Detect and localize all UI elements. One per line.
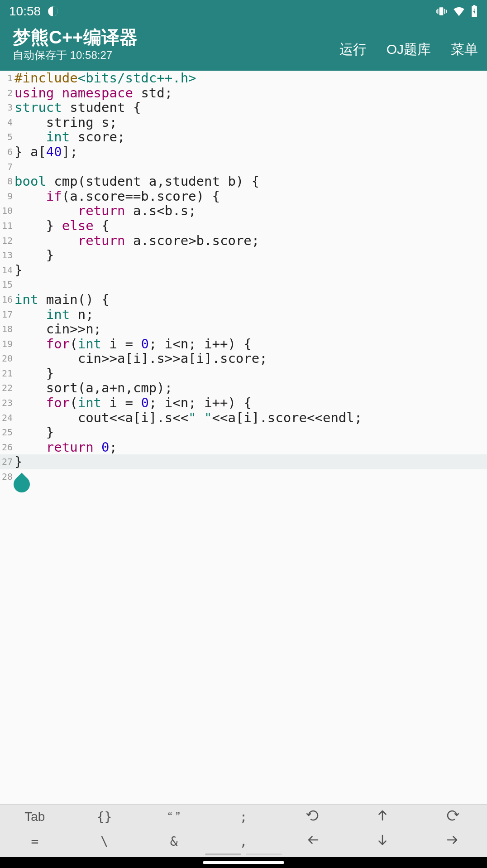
code-line[interactable]: 24 cout<<a[i].s<<" "<<a[i].score<<endl; (0, 410, 487, 425)
code-content[interactable]: for(int i = 0; i<n; i++) { (14, 337, 252, 352)
line-number: 12 (0, 233, 14, 248)
code-line[interactable]: 22 sort(a,a+n,cmp); (0, 381, 487, 395)
code-content[interactable]: for(int i = 0; i<n; i++) { (14, 395, 252, 410)
code-content[interactable] (14, 159, 14, 174)
line-number: 27 (0, 454, 14, 469)
code-content[interactable]: } (14, 425, 54, 440)
line-number: 17 (0, 307, 14, 322)
code-content[interactable]: return a.score>b.score; (14, 233, 259, 248)
line-number: 2 (0, 86, 14, 101)
battery-charging-icon (471, 5, 478, 18)
key-semicolon[interactable]: ; (209, 810, 278, 825)
svg-rect-3 (444, 9, 445, 14)
code-content[interactable]: int n; (14, 307, 94, 322)
undo-button[interactable] (278, 809, 348, 825)
code-line[interactable]: 11 } else { (0, 218, 487, 233)
code-content[interactable]: } (14, 366, 54, 381)
code-line[interactable]: 19 for(int i = 0; i<n; i++) { (0, 337, 487, 352)
code-content[interactable]: cin>>n; (14, 322, 101, 337)
line-number: 16 (0, 292, 14, 307)
key-equals[interactable]: = (0, 834, 70, 849)
code-line[interactable]: 8bool cmp(student a,student b) { (0, 174, 487, 189)
menu-button[interactable]: 菜单 (451, 40, 478, 59)
app-bar: 梦熊C++编译器 自动保存于 10:58:27 运行 OJ题库 菜单 (0, 23, 487, 71)
key-ampersand[interactable]: & (139, 834, 209, 849)
code-line[interactable]: 23 for(int i = 0; i<n; i++) { (0, 395, 487, 410)
code-content[interactable]: cout<<a[i].s<<" "<<a[i].score<<endl; (14, 410, 362, 425)
code-content[interactable]: struct student { (14, 100, 141, 115)
code-content[interactable]: bool cmp(student a,student b) { (14, 174, 259, 189)
code-line[interactable]: 13 } (0, 248, 487, 263)
code-line[interactable]: 14} (0, 263, 487, 278)
status-time: 10:58 (9, 4, 41, 19)
code-content[interactable]: return 0; (14, 440, 117, 455)
code-content[interactable]: } (14, 248, 54, 263)
code-line[interactable]: 7 (0, 159, 487, 174)
code-line[interactable]: 27} (0, 454, 487, 469)
code-line[interactable]: 3struct student { (0, 100, 487, 115)
arrow-up-button[interactable] (348, 809, 418, 825)
code-content[interactable]: } a[40]; (14, 145, 78, 159)
wifi-icon (453, 5, 465, 18)
arrow-left-button[interactable] (278, 833, 348, 850)
code-content[interactable] (14, 277, 14, 292)
status-bar: 10:58 (0, 0, 487, 23)
code-content[interactable]: sort(a,a+n,cmp); (14, 381, 172, 395)
code-content[interactable]: using namespace std; (14, 86, 172, 101)
code-content[interactable]: if(a.score==b.score) { (14, 189, 220, 204)
code-content[interactable]: int score; (14, 130, 125, 145)
redo-button[interactable] (417, 809, 487, 825)
code-content[interactable]: } (14, 263, 22, 278)
svg-rect-2 (437, 9, 438, 14)
code-editor[interactable]: 1#include<bits/stdc++.h>2using namespace… (0, 71, 487, 804)
line-number: 21 (0, 366, 14, 381)
code-line[interactable]: 10 return a.s<b.s; (0, 203, 487, 218)
code-content[interactable]: #include<bits/stdc++.h> (14, 71, 196, 86)
code-line[interactable]: 4 string s; (0, 115, 487, 130)
line-number: 7 (0, 159, 14, 174)
key-tab[interactable]: Tab (0, 810, 70, 824)
code-line[interactable]: 6} a[40]; (0, 145, 487, 159)
key-quotes[interactable]: “ ” (139, 810, 209, 824)
code-line[interactable]: 18 cin>>n; (0, 322, 487, 337)
key-comma[interactable]: , (209, 834, 278, 849)
code-line[interactable]: 25 } (0, 425, 487, 440)
line-number: 10 (0, 203, 14, 218)
code-line[interactable]: 1#include<bits/stdc++.h> (0, 71, 487, 86)
code-line[interactable]: 2using namespace std; (0, 86, 487, 101)
code-line[interactable]: 28 (0, 469, 487, 484)
system-nav-bar[interactable] (0, 857, 487, 868)
code-content[interactable]: cin>>a[i].s>>a[i].score; (14, 351, 267, 366)
home-indicator[interactable] (203, 861, 284, 864)
vibrate-icon (435, 5, 447, 17)
line-number: 14 (0, 263, 14, 278)
code-content[interactable]: return a.s<b.s; (14, 203, 196, 218)
code-content[interactable]: } (14, 454, 22, 469)
run-button[interactable]: 运行 (339, 40, 367, 59)
arrow-right-button[interactable] (417, 833, 487, 850)
code-line[interactable]: 5 int score; (0, 130, 487, 145)
code-line[interactable]: 26 return 0; (0, 440, 487, 455)
line-number: 9 (0, 189, 14, 204)
arrow-down-button[interactable] (348, 833, 418, 850)
svg-rect-4 (436, 10, 437, 13)
code-line[interactable]: 15 (0, 277, 487, 292)
code-line[interactable]: 21 } (0, 366, 487, 381)
line-number: 19 (0, 337, 14, 352)
key-braces[interactable]: {} (70, 810, 139, 825)
code-content[interactable]: string s; (14, 115, 117, 130)
toolbar-page-indicator[interactable] (0, 854, 487, 857)
svg-rect-5 (446, 10, 447, 13)
code-line[interactable]: 9 if(a.score==b.score) { (0, 189, 487, 204)
code-content[interactable]: int main() { (14, 292, 110, 307)
code-content[interactable]: } else { (14, 218, 110, 233)
line-number: 18 (0, 322, 14, 337)
oj-library-button[interactable]: OJ题库 (387, 40, 431, 59)
key-backslash[interactable]: \ (70, 834, 139, 849)
autosave-status: 自动保存于 10:58:27 (13, 48, 138, 63)
code-line[interactable]: 12 return a.score>b.score; (0, 233, 487, 248)
code-line[interactable]: 17 int n; (0, 307, 487, 322)
code-line[interactable]: 20 cin>>a[i].s>>a[i].score; (0, 351, 487, 366)
line-number: 22 (0, 381, 14, 395)
code-line[interactable]: 16int main() { (0, 292, 487, 307)
